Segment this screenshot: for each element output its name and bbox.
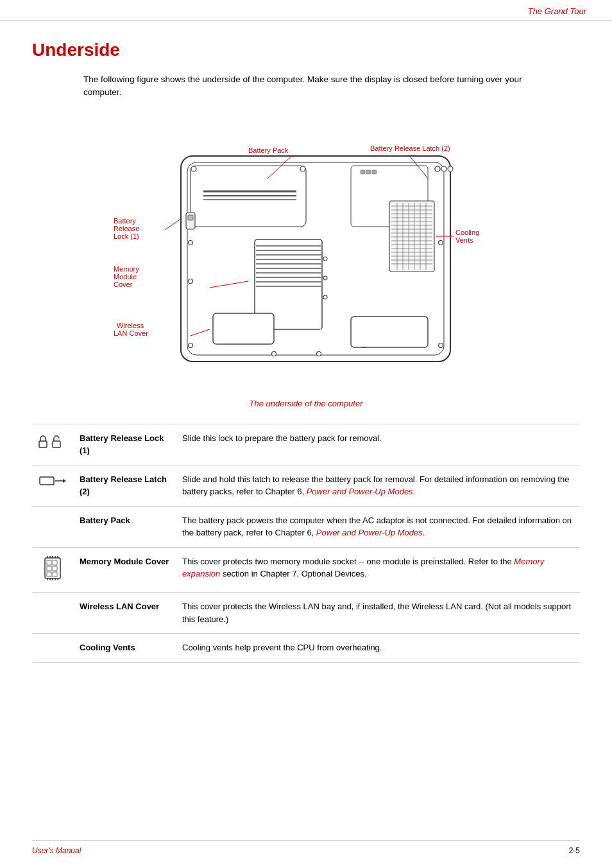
svg-text:Vents: Vents — [455, 236, 473, 244]
svg-rect-86 — [40, 477, 54, 485]
svg-point-64 — [448, 166, 453, 171]
svg-rect-83 — [39, 441, 47, 447]
svg-rect-104 — [47, 572, 51, 577]
feature-name-battery-latch: Battery Release Latch (2) — [73, 465, 176, 506]
svg-rect-105 — [53, 572, 57, 577]
svg-text:Battery Release Latch (2): Battery Release Latch (2) — [370, 144, 450, 152]
diagram-svg: Battery Pack Battery Release Latch (2) B… — [81, 117, 531, 394]
diagram-caption: The underside of the computer — [32, 399, 580, 408]
feature-name-memory: Memory Module Cover — [73, 547, 176, 593]
svg-point-15 — [439, 240, 443, 245]
footer-right: 2-5 — [569, 846, 580, 855]
svg-text:LAN Cover: LAN Cover — [114, 329, 148, 337]
svg-point-6 — [191, 166, 196, 171]
features-table: → Battery Release Lock (1) Slide this lo… — [32, 424, 580, 663]
svg-point-14 — [189, 343, 193, 347]
svg-point-9 — [441, 166, 446, 171]
feature-desc-battery-latch: Slide and hold this latch to release the… — [176, 465, 580, 506]
table-row: Wireless LAN Cover This cover protects t… — [32, 593, 580, 634]
diagram-container: Battery Pack Battery Release Latch (2) B… — [32, 117, 580, 394]
intro-text: The following figure shows the underside… — [83, 73, 532, 100]
svg-rect-38 — [372, 170, 377, 174]
svg-text:Lock (1): Lock (1) — [114, 232, 139, 240]
svg-point-18 — [317, 351, 321, 356]
svg-rect-102 — [47, 566, 51, 571]
svg-text:Battery: Battery — [114, 217, 136, 225]
feature-name-battery-lock: Battery Release Lock (1) — [73, 424, 176, 465]
svg-rect-36 — [361, 170, 365, 174]
svg-point-31 — [323, 257, 327, 261]
page-content: Underside The following figure shows the… — [0, 21, 612, 688]
memory-icon — [41, 555, 64, 581]
latch-icon — [38, 473, 67, 489]
lock-icon: → — [38, 432, 67, 451]
icon-cell-empty3 — [32, 634, 73, 663]
svg-point-12 — [189, 240, 193, 245]
header-title: The Grand Tour — [528, 6, 586, 16]
feature-desc-cooling: Cooling vents help prevent the CPU from … — [176, 634, 580, 663]
latch-link[interactable]: Power and Power-Up Modes — [307, 487, 413, 496]
page-heading: Underside — [32, 40, 580, 60]
table-row: Battery Pack The battery pack powers the… — [32, 506, 580, 547]
svg-point-63 — [435, 166, 440, 171]
svg-rect-39 — [389, 201, 434, 272]
svg-point-16 — [439, 343, 443, 347]
feature-desc-battery-lock: Slide this lock to prepare the battery p… — [176, 424, 580, 465]
battery-pack-link[interactable]: Power and Power-Up Modes — [316, 528, 423, 537]
svg-text:→: → — [49, 440, 55, 447]
feature-desc-memory: This cover protects two memory module so… — [176, 547, 580, 593]
svg-text:Battery Pack: Battery Pack — [248, 146, 289, 154]
svg-text:Wireless: Wireless — [117, 322, 144, 329]
svg-marker-88 — [63, 479, 66, 483]
table-row: Cooling Vents Cooling vents help prevent… — [32, 634, 580, 663]
page-footer: User's Manual 2-5 — [32, 840, 580, 855]
table-row: Battery Release Latch (2) Slide and hold… — [32, 465, 580, 506]
feature-desc-battery-pack: The battery pack powers the computer whe… — [176, 506, 580, 547]
feature-desc-wireless: This cover protects the Wireless LAN bay… — [176, 593, 580, 634]
svg-point-17 — [272, 351, 276, 356]
svg-line-69 — [165, 219, 181, 230]
svg-text:Cover: Cover — [114, 281, 133, 288]
svg-text:Memory: Memory — [114, 265, 139, 273]
table-row: → Battery Release Lock (1) Slide this lo… — [32, 424, 580, 465]
footer-left: User's Manual — [32, 846, 81, 855]
svg-rect-11 — [188, 215, 193, 220]
icon-cell-latch — [32, 465, 73, 506]
icon-cell-memory — [32, 547, 73, 593]
svg-rect-101 — [53, 560, 57, 565]
page-header: The Grand Tour — [0, 0, 612, 21]
icon-cell-empty1 — [32, 506, 73, 547]
svg-text:Release: Release — [114, 225, 139, 232]
feature-name-cooling: Cooling Vents — [73, 634, 176, 663]
svg-rect-100 — [47, 560, 51, 565]
svg-rect-34 — [213, 313, 274, 344]
svg-point-33 — [323, 295, 327, 299]
svg-rect-37 — [366, 170, 371, 174]
icon-cell-empty2 — [32, 593, 73, 634]
svg-text:Module: Module — [114, 273, 137, 281]
svg-point-13 — [189, 279, 193, 283]
svg-point-7 — [300, 166, 305, 171]
svg-rect-103 — [53, 566, 57, 571]
svg-point-32 — [323, 276, 327, 280]
table-row: Memory Module Cover This cover protects … — [32, 547, 580, 593]
svg-text:Cooling: Cooling — [455, 229, 479, 236]
feature-name-wireless: Wireless LAN Cover — [73, 593, 176, 634]
svg-rect-62 — [351, 317, 428, 347]
feature-name-battery-pack: Battery Pack — [73, 506, 176, 547]
icon-cell-lock: → — [32, 424, 73, 465]
